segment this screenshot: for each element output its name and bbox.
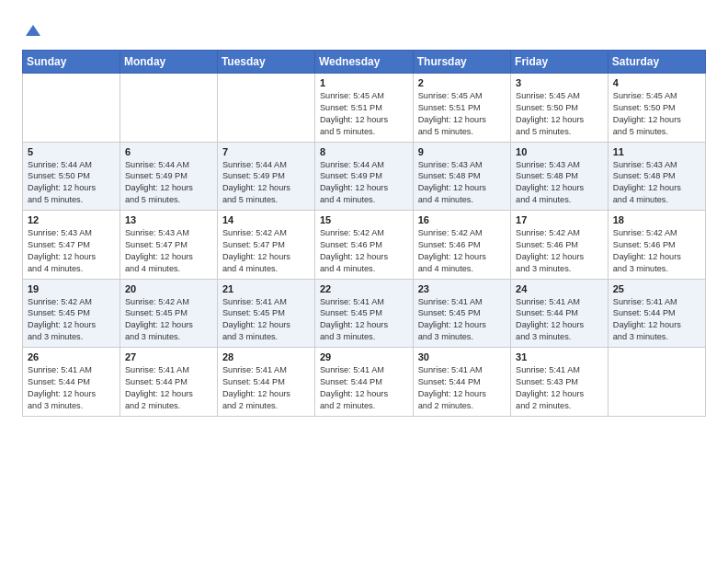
day-number: 14 [222,214,310,225]
calendar-cell: 23Sunrise: 5:41 AM Sunset: 5:45 PM Dayli… [413,279,510,348]
day-header: Sunday [23,51,120,74]
day-number: 23 [418,283,506,294]
day-number: 19 [28,283,115,294]
cell-content: Sunrise: 5:41 AM Sunset: 5:44 PM Dayligh… [516,296,603,344]
cell-content: Sunrise: 5:42 AM Sunset: 5:46 PM Dayligh… [418,227,506,275]
calendar-cell: 30Sunrise: 5:41 AM Sunset: 5:44 PM Dayli… [413,348,510,417]
calendar-week-row: 5Sunrise: 5:44 AM Sunset: 5:50 PM Daylig… [23,142,706,211]
calendar-week-row: 19Sunrise: 5:42 AM Sunset: 5:45 PM Dayli… [23,279,706,348]
day-number: 28 [222,351,310,362]
calendar-cell: 16Sunrise: 5:42 AM Sunset: 5:46 PM Dayli… [413,211,510,280]
day-number: 21 [222,283,310,294]
calendar-table: SundayMondayTuesdayWednesdayThursdayFrid… [22,50,706,417]
calendar-cell: 21Sunrise: 5:41 AM Sunset: 5:45 PM Dayli… [217,279,314,348]
day-number: 7 [222,146,310,157]
calendar-cell: 29Sunrise: 5:41 AM Sunset: 5:44 PM Dayli… [314,348,413,417]
cell-content: Sunrise: 5:42 AM Sunset: 5:46 PM Dayligh… [613,227,700,275]
calendar-cell: 19Sunrise: 5:42 AM Sunset: 5:45 PM Dayli… [23,279,120,348]
cell-content: Sunrise: 5:45 AM Sunset: 5:50 PM Dayligh… [613,90,700,138]
calendar-cell: 7Sunrise: 5:44 AM Sunset: 5:49 PM Daylig… [217,142,314,211]
calendar-cell: 13Sunrise: 5:43 AM Sunset: 5:47 PM Dayli… [119,211,217,280]
day-header: Saturday [608,51,705,74]
cell-content: Sunrise: 5:41 AM Sunset: 5:43 PM Dayligh… [516,364,603,412]
day-number: 22 [320,283,408,294]
calendar-week-row: 26Sunrise: 5:41 AM Sunset: 5:44 PM Dayli… [23,348,706,417]
cell-content: Sunrise: 5:45 AM Sunset: 5:51 PM Dayligh… [418,90,506,138]
cell-content: Sunrise: 5:44 AM Sunset: 5:49 PM Dayligh… [222,159,310,207]
calendar-cell: 22Sunrise: 5:41 AM Sunset: 5:45 PM Dayli… [314,279,413,348]
day-number: 15 [320,214,408,225]
day-number: 26 [28,351,115,362]
cell-content: Sunrise: 5:41 AM Sunset: 5:45 PM Dayligh… [418,296,506,344]
day-number: 5 [28,146,115,157]
day-header: Tuesday [217,51,314,74]
day-number: 13 [125,214,212,225]
day-number: 12 [28,214,115,225]
calendar-cell: 4Sunrise: 5:45 AM Sunset: 5:50 PM Daylig… [608,74,705,143]
cell-content: Sunrise: 5:43 AM Sunset: 5:48 PM Dayligh… [613,159,700,207]
day-number: 17 [516,214,603,225]
cell-content: Sunrise: 5:44 AM Sunset: 5:50 PM Dayligh… [28,159,115,207]
day-number: 18 [613,214,700,225]
cell-content: Sunrise: 5:41 AM Sunset: 5:45 PM Dayligh… [222,296,310,344]
calendar-cell: 5Sunrise: 5:44 AM Sunset: 5:50 PM Daylig… [23,142,120,211]
day-number: 16 [418,214,506,225]
logo [22,22,43,42]
day-number: 2 [418,77,506,88]
calendar-cell: 3Sunrise: 5:45 AM Sunset: 5:50 PM Daylig… [511,74,609,143]
cell-content: Sunrise: 5:41 AM Sunset: 5:44 PM Dayligh… [222,364,310,412]
cell-content: Sunrise: 5:41 AM Sunset: 5:44 PM Dayligh… [613,296,700,344]
svg-marker-0 [26,25,40,36]
logo-text [22,22,43,42]
cell-content: Sunrise: 5:42 AM Sunset: 5:46 PM Dayligh… [320,227,408,275]
calendar-cell: 20Sunrise: 5:42 AM Sunset: 5:45 PM Dayli… [119,279,217,348]
cell-content: Sunrise: 5:45 AM Sunset: 5:50 PM Dayligh… [516,90,603,138]
logo-icon [23,22,43,42]
day-number: 4 [613,77,700,88]
calendar-cell: 31Sunrise: 5:41 AM Sunset: 5:43 PM Dayli… [511,348,609,417]
calendar-cell: 1Sunrise: 5:45 AM Sunset: 5:51 PM Daylig… [314,74,413,143]
calendar-cell: 27Sunrise: 5:41 AM Sunset: 5:44 PM Dayli… [119,348,217,417]
day-number: 8 [320,146,408,157]
cell-content: Sunrise: 5:43 AM Sunset: 5:48 PM Dayligh… [418,159,506,207]
cell-content: Sunrise: 5:42 AM Sunset: 5:45 PM Dayligh… [28,296,115,344]
day-number: 10 [516,146,603,157]
calendar-cell: 14Sunrise: 5:42 AM Sunset: 5:47 PM Dayli… [217,211,314,280]
calendar-week-row: 1Sunrise: 5:45 AM Sunset: 5:51 PM Daylig… [23,74,706,143]
calendar-cell: 6Sunrise: 5:44 AM Sunset: 5:49 PM Daylig… [119,142,217,211]
calendar-cell: 26Sunrise: 5:41 AM Sunset: 5:44 PM Dayli… [23,348,120,417]
calendar-cell [119,74,217,143]
page-header [22,18,706,42]
calendar-header-row: SundayMondayTuesdayWednesdayThursdayFrid… [23,51,706,74]
cell-content: Sunrise: 5:42 AM Sunset: 5:46 PM Dayligh… [516,227,603,275]
day-header: Monday [119,51,217,74]
calendar-cell: 11Sunrise: 5:43 AM Sunset: 5:48 PM Dayli… [608,142,705,211]
cell-content: Sunrise: 5:42 AM Sunset: 5:47 PM Dayligh… [222,227,310,275]
cell-content: Sunrise: 5:45 AM Sunset: 5:51 PM Dayligh… [320,90,408,138]
calendar-cell: 2Sunrise: 5:45 AM Sunset: 5:51 PM Daylig… [413,74,510,143]
calendar-cell: 18Sunrise: 5:42 AM Sunset: 5:46 PM Dayli… [608,211,705,280]
day-number: 30 [418,351,506,362]
cell-content: Sunrise: 5:43 AM Sunset: 5:48 PM Dayligh… [516,159,603,207]
day-number: 11 [613,146,700,157]
cell-content: Sunrise: 5:43 AM Sunset: 5:47 PM Dayligh… [28,227,115,275]
day-header: Friday [511,51,609,74]
day-number: 31 [516,351,603,362]
day-number: 25 [613,283,700,294]
cell-content: Sunrise: 5:41 AM Sunset: 5:44 PM Dayligh… [125,364,212,412]
cell-content: Sunrise: 5:42 AM Sunset: 5:45 PM Dayligh… [125,296,212,344]
calendar-cell: 24Sunrise: 5:41 AM Sunset: 5:44 PM Dayli… [511,279,609,348]
cell-content: Sunrise: 5:43 AM Sunset: 5:47 PM Dayligh… [125,227,212,275]
day-number: 20 [125,283,212,294]
calendar-cell [608,348,705,417]
cell-content: Sunrise: 5:44 AM Sunset: 5:49 PM Dayligh… [320,159,408,207]
day-header: Thursday [413,51,510,74]
calendar-cell: 12Sunrise: 5:43 AM Sunset: 5:47 PM Dayli… [23,211,120,280]
calendar-cell: 8Sunrise: 5:44 AM Sunset: 5:49 PM Daylig… [314,142,413,211]
cell-content: Sunrise: 5:41 AM Sunset: 5:44 PM Dayligh… [418,364,506,412]
day-number: 29 [320,351,408,362]
day-number: 27 [125,351,212,362]
calendar-cell: 9Sunrise: 5:43 AM Sunset: 5:48 PM Daylig… [413,142,510,211]
calendar-cell: 25Sunrise: 5:41 AM Sunset: 5:44 PM Dayli… [608,279,705,348]
cell-content: Sunrise: 5:41 AM Sunset: 5:45 PM Dayligh… [320,296,408,344]
